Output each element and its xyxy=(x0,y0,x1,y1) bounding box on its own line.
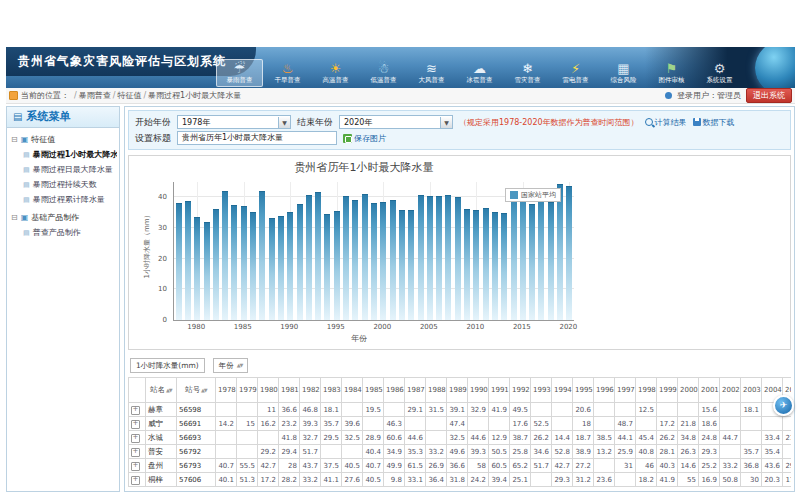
location-icon xyxy=(9,91,18,100)
value-cell: 52.5 xyxy=(531,417,552,431)
breadcrumb-item[interactable]: 暴雨过程1小时最大降水量 xyxy=(148,91,241,100)
nav-item-大风普查[interactable]: ≋大风普查 xyxy=(408,59,455,87)
year-column-header[interactable]: 1988 xyxy=(426,378,447,403)
value-type-filter[interactable]: 1小时降水量(mm) xyxy=(130,358,205,373)
year-column-header[interactable]: 1989 xyxy=(447,378,468,403)
expand-row-icon[interactable]: + xyxy=(131,420,140,429)
breadcrumb-item[interactable]: 暴雨普查 xyxy=(79,91,111,100)
station-name-header-label: 站名 xyxy=(150,385,165,394)
value-cell: 32.5 xyxy=(342,431,363,445)
nav-item-暴雨普查[interactable]: ☔暴雨普查 xyxy=(216,59,263,87)
expand-row-icon[interactable]: + xyxy=(131,476,140,485)
calculate-button[interactable]: 计算结果 xyxy=(645,117,687,128)
high-temp-icon: ☀ xyxy=(313,62,358,76)
station-id-cell: 56693 xyxy=(177,431,216,445)
year-column-header[interactable]: 2003 xyxy=(741,378,762,403)
year-column-header[interactable]: 1979 xyxy=(237,378,258,403)
year-column-header[interactable]: 2002 xyxy=(720,378,741,403)
value-cell: 30 xyxy=(741,473,762,487)
logout-button[interactable]: 退出系统 xyxy=(746,88,792,103)
nav-item-图件审核[interactable]: ⚑图件审核 xyxy=(648,59,695,87)
station-id-header[interactable]: 站号 ▲▼ xyxy=(177,378,216,403)
year-column-header[interactable]: 1985 xyxy=(363,378,384,403)
value-cell: 51.7 xyxy=(300,445,321,459)
year-column-header[interactable]: 1984 xyxy=(342,378,363,403)
x-tick-label: 1990 xyxy=(274,323,304,331)
value-cell: 38.5 xyxy=(594,431,615,445)
value-cell: 12.5 xyxy=(636,403,657,417)
hail-icon: ☁ xyxy=(457,62,502,76)
download-button[interactable]: 数据下载 xyxy=(693,117,735,128)
sidebar-item-普查产品制作[interactable]: ▤普查产品制作 xyxy=(9,225,117,240)
value-cell: 24.2 xyxy=(468,473,489,487)
table-row: +盘州5679340.755.542.72843.737.540.540.749… xyxy=(129,459,792,473)
year-sort-control[interactable]: 年份 ▲▼ xyxy=(213,358,249,373)
table-row: +桐梓5760640.151.317.228.233.241.127.640.5… xyxy=(129,473,792,487)
year-column-header[interactable]: 1983 xyxy=(321,378,342,403)
year-column-header[interactable]: 1997 xyxy=(615,378,636,403)
year-column-header[interactable]: 1990 xyxy=(468,378,489,403)
year-column-header[interactable]: 1987 xyxy=(405,378,426,403)
chart-title-input[interactable]: 贵州省历年1小时最大降水量 xyxy=(177,131,337,145)
year-column-header[interactable]: 1994 xyxy=(552,378,573,403)
year-column-header[interactable]: 1996 xyxy=(594,378,615,403)
expand-row-icon[interactable]: + xyxy=(131,462,140,471)
value-cell: 55 xyxy=(678,473,699,487)
chart-bar xyxy=(222,191,228,320)
value-cell: 31.8 xyxy=(447,473,468,487)
year-column-header[interactable]: 1992 xyxy=(510,378,531,403)
year-column-header[interactable]: 1991 xyxy=(489,378,510,403)
nav-item-高温普查[interactable]: ☀高温普查 xyxy=(312,59,359,87)
table-row: +普安5679229.229.451.740.434.935.333.249.6… xyxy=(129,445,792,459)
floating-widget-button[interactable]: ✈ xyxy=(773,395,794,416)
sidebar-group-基础产品制作[interactable]: ⊟▣基础产品制作 xyxy=(9,210,117,225)
nav-item-冰雹普查[interactable]: ☁冰雹普查 xyxy=(456,59,503,87)
value-cell: 50.8 xyxy=(720,473,741,487)
save-image-button[interactable]: 保存图片 xyxy=(343,133,386,144)
sidebar-tree: ⊟▣特征值▤暴雨过程1小时最大降水量▤暴雨过程日最大降水量▤暴雨过程持续天数▤暴… xyxy=(7,128,119,247)
sidebar-item-暴雨过程日最大降水量[interactable]: ▤暴雨过程日最大降水量 xyxy=(9,162,117,177)
nav-item-系统设置[interactable]: ⚙系统设置 xyxy=(696,59,743,87)
expand-row-icon[interactable]: + xyxy=(131,406,140,415)
year-column-header[interactable]: 2000 xyxy=(678,378,699,403)
chart-bar xyxy=(213,209,219,320)
chart-bar xyxy=(436,196,442,320)
year-column-header[interactable]: 1998 xyxy=(636,378,657,403)
sidebar-item-暴雨过程1小时最大降水量[interactable]: ▤暴雨过程1小时最大降水量 xyxy=(9,147,117,162)
expand-row-icon[interactable]: + xyxy=(131,434,140,443)
start-year-select[interactable]: 1978年 ▼ xyxy=(177,115,291,129)
year-column-header[interactable]: 1980 xyxy=(258,378,279,403)
end-year-select[interactable]: 2020年 ▼ xyxy=(339,115,453,129)
value-cell xyxy=(468,417,489,431)
nav-item-干旱普查[interactable]: ♨干旱普查 xyxy=(264,59,311,87)
year-column-header[interactable]: 1981 xyxy=(279,378,300,403)
value-cell: 44.7 xyxy=(720,431,741,445)
chart-bar xyxy=(427,196,433,320)
sidebar-group-特征值[interactable]: ⊟▣特征值 xyxy=(9,132,117,147)
value-cell: 33.2 xyxy=(720,459,741,473)
sort-arrows-icon: ▲▼ xyxy=(165,387,171,393)
nav-item-低温普查[interactable]: ☃低温普查 xyxy=(360,59,407,87)
year-column-header[interactable]: 1982 xyxy=(300,378,321,403)
top-banner: 贵州省气象灾害风险评估与区划系统 ☔暴雨普查♨干旱普查☀高温普查☃低温普查≋大风… xyxy=(6,47,795,88)
station-name-header[interactable]: 站名 ▲▼ xyxy=(146,378,177,403)
page-icon: ▤ xyxy=(23,229,30,237)
sidebar-item-暴雨过程累计降水量[interactable]: ▤暴雨过程累计降水量 xyxy=(9,192,117,207)
sidebar-item-暴雨过程持续天数[interactable]: ▤暴雨过程持续天数 xyxy=(9,177,117,192)
expand-row-icon[interactable]: + xyxy=(131,448,140,457)
year-column-header[interactable]: 1978 xyxy=(216,378,237,403)
year-column-header[interactable]: 1999 xyxy=(657,378,678,403)
year-column-header[interactable]: 1995 xyxy=(573,378,594,403)
year-column-header[interactable]: 2001 xyxy=(699,378,720,403)
value-cell xyxy=(216,403,237,417)
year-column-header[interactable]: 1993 xyxy=(531,378,552,403)
nav-item-综合风险[interactable]: ▦综合风险 xyxy=(600,59,647,87)
value-cell xyxy=(657,403,678,417)
year-column-header[interactable]: 1986 xyxy=(384,378,405,403)
value-cell: 61.5 xyxy=(405,459,426,473)
value-cell xyxy=(636,417,657,431)
nav-item-雪灾普查[interactable]: ❄雪灾普查 xyxy=(504,59,551,87)
value-cell: 65.2 xyxy=(510,459,531,473)
breadcrumb-item[interactable]: 特征值 xyxy=(117,91,141,100)
nav-item-雷电普查[interactable]: ⚡雷电普查 xyxy=(552,59,599,87)
